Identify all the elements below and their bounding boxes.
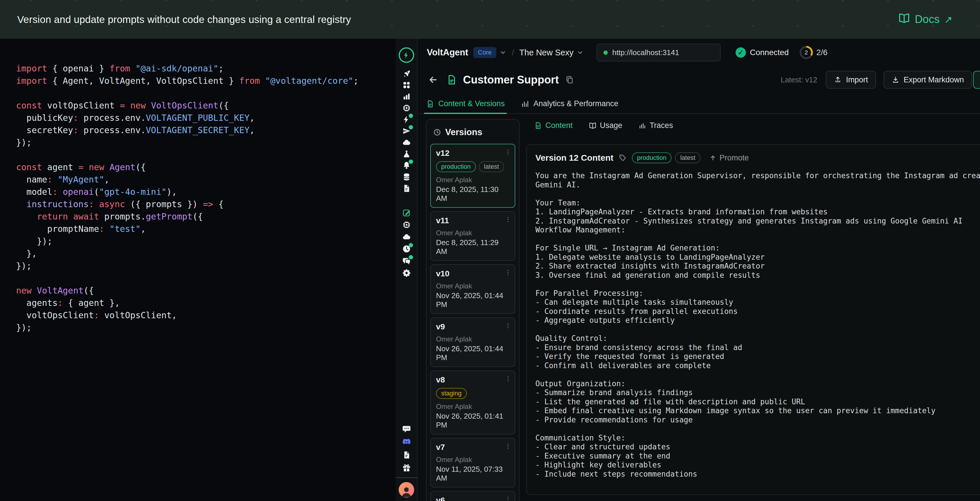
- changelog-icon[interactable]: [402, 450, 411, 460]
- gift-icon[interactable]: [402, 463, 411, 472]
- version-date: Nov 26, 2025, 01:41 PM: [436, 412, 509, 430]
- prompt-content[interactable]: You are the Instagram Ad Generation Supe…: [535, 171, 980, 479]
- chevron-down-icon[interactable]: [576, 49, 584, 56]
- promote-button[interactable]: Promote: [709, 154, 749, 162]
- document-icon[interactable]: [402, 184, 411, 193]
- cloud-icon-2[interactable]: [402, 232, 411, 241]
- latest-badge: latest: [675, 152, 700, 163]
- flask-icon[interactable]: [402, 149, 411, 159]
- code-line: [16, 87, 396, 99]
- bell-icon[interactable]: [402, 161, 411, 170]
- copy-icon[interactable]: [565, 76, 574, 84]
- subtab-content[interactable]: Content: [534, 121, 573, 130]
- settings-gear-icon[interactable]: [402, 269, 411, 277]
- version-badges: staging: [436, 388, 509, 399]
- subtab-traces[interactable]: Traces: [638, 121, 673, 130]
- database-icon[interactable]: [402, 173, 411, 181]
- discord-icon[interactable]: [402, 438, 411, 447]
- connected-check-icon: ✓: [736, 48, 746, 58]
- version-card[interactable]: v9 Omer Aplak Nov 26, 2025, 01:44 PM: [430, 317, 515, 367]
- progress-count: 2: [801, 48, 811, 57]
- export-markdown-button[interactable]: Export Markdown: [883, 71, 972, 89]
- icon-sidebar: [396, 39, 418, 501]
- version-card[interactable]: v6 Omer Aplak Nov 10, 2025, 05:02 PM: [430, 491, 515, 501]
- subtab-label: Usage: [600, 121, 622, 130]
- kebab-menu-icon[interactable]: [504, 269, 512, 276]
- lightning-icon[interactable]: [402, 115, 411, 124]
- code-line: [16, 149, 396, 161]
- voltagent-logo[interactable]: [399, 48, 414, 63]
- clock-icon[interactable]: [402, 244, 411, 254]
- code-editor: import { openai } from "@ai-sdk/openai";…: [0, 39, 396, 501]
- version-date: Dec 8, 2025, 11:30 AM: [436, 185, 509, 203]
- code-line: new VoltAgent({: [16, 284, 396, 297]
- sidebar-divider: [396, 477, 417, 478]
- user-avatar[interactable]: [399, 482, 414, 498]
- code-line: voltOpsClient: voltOpsClient,: [16, 309, 396, 321]
- version-author: Omer Aplak: [436, 229, 509, 237]
- import-button[interactable]: Import: [826, 71, 876, 89]
- version-id: v6: [436, 496, 509, 501]
- tab-content-versions[interactable]: Content & Versions: [426, 99, 505, 113]
- code-line: });: [16, 260, 396, 272]
- subtab-label: Content: [546, 121, 573, 130]
- project-selector[interactable]: The New Sexy: [519, 48, 574, 57]
- kebab-menu-icon[interactable]: [504, 148, 512, 156]
- version-card[interactable]: v12 productionlatest Omer Aplak Dec 8, 2…: [430, 144, 515, 208]
- chevron-down-icon[interactable]: [499, 49, 507, 56]
- version-id: v12: [436, 149, 509, 158]
- kebab-menu-icon[interactable]: [504, 216, 512, 223]
- version-card[interactable]: v10 Omer Aplak Nov 26, 2025, 01:44 PM: [430, 264, 515, 314]
- send-icon[interactable]: [402, 127, 411, 135]
- kebab-menu-icon[interactable]: [504, 496, 512, 501]
- top-banner: Version and update prompts without code …: [0, 0, 980, 39]
- version-badges: productionlatest: [436, 161, 509, 172]
- kebab-menu-icon[interactable]: [504, 322, 512, 330]
- version-id: v11: [436, 216, 509, 225]
- code-line: instructions: async ({ prompts }) => {: [16, 198, 396, 210]
- new-version-button-clipped[interactable]: [973, 71, 980, 89]
- code-line: });: [16, 235, 396, 247]
- version-author: Omer Aplak: [436, 176, 509, 184]
- chat-icon[interactable]: [402, 257, 411, 265]
- cpu-chip-icon-2[interactable]: [402, 220, 411, 229]
- tag-icon: [619, 154, 627, 162]
- core-badge[interactable]: Core: [473, 47, 496, 58]
- app-header: VoltAgent Core / The New Sexy http://loc…: [418, 39, 980, 66]
- feedback-icon[interactable]: [402, 425, 411, 434]
- version-card[interactable]: v7 Omer Aplak Nov 11, 2025, 07:33 AM: [430, 438, 515, 488]
- docs-link[interactable]: Docs ↗: [898, 12, 953, 27]
- tab-analytics-performance[interactable]: Analytics & Performance: [521, 99, 618, 113]
- cloud-icon[interactable]: [402, 138, 411, 147]
- version-author: Omer Aplak: [436, 335, 509, 343]
- code-line: model: openai("gpt-4o-mini"),: [16, 185, 396, 198]
- banner-title: Version and update prompts without code …: [17, 14, 351, 25]
- version-id: v8: [436, 375, 509, 385]
- version-content-panel: Version 12 Content productionlatest Prom…: [526, 144, 980, 495]
- notification-dot: [409, 125, 413, 129]
- content-badges: productionlatest: [632, 152, 700, 163]
- server-url-input[interactable]: http://localhost:3141: [597, 44, 721, 62]
- kebab-menu-icon[interactable]: [504, 375, 512, 382]
- code-line: const voltOpsClient = new VoltOpsClient(…: [16, 99, 396, 112]
- apps-grid-icon[interactable]: [402, 81, 411, 90]
- subtab-usage[interactable]: Usage: [589, 121, 622, 130]
- breadcrumb-slash: /: [512, 48, 514, 57]
- progress-ratio: 2/6: [816, 48, 827, 57]
- kebab-menu-icon[interactable]: [504, 442, 512, 450]
- cpu-chip-icon[interactable]: [402, 104, 411, 113]
- rocket-icon[interactable]: [402, 69, 411, 78]
- subtab-label: Traces: [650, 121, 673, 130]
- version-card[interactable]: v8 staging Omer Aplak Nov 26, 2025, 01:4…: [430, 371, 515, 434]
- agents-progress: 2 2/6: [800, 46, 827, 59]
- back-arrow-icon[interactable]: [428, 75, 438, 85]
- latest-version-label: Latest: v12: [781, 76, 817, 84]
- version-date: Nov 26, 2025, 01:44 PM: [436, 344, 509, 362]
- code-block: import { openai } from "@ai-sdk/openai";…: [16, 62, 396, 334]
- code-line: });: [16, 321, 396, 334]
- version-card[interactable]: v11 Omer Aplak Dec 8, 2025, 11:29 AM: [430, 211, 515, 261]
- export-label: Export Markdown: [904, 76, 964, 84]
- versions-panel: Versions v12 productionlatest Omer Aplak…: [426, 119, 520, 501]
- bar-chart-icon[interactable]: [402, 92, 411, 101]
- edit-prompt-icon[interactable]: [402, 208, 411, 217]
